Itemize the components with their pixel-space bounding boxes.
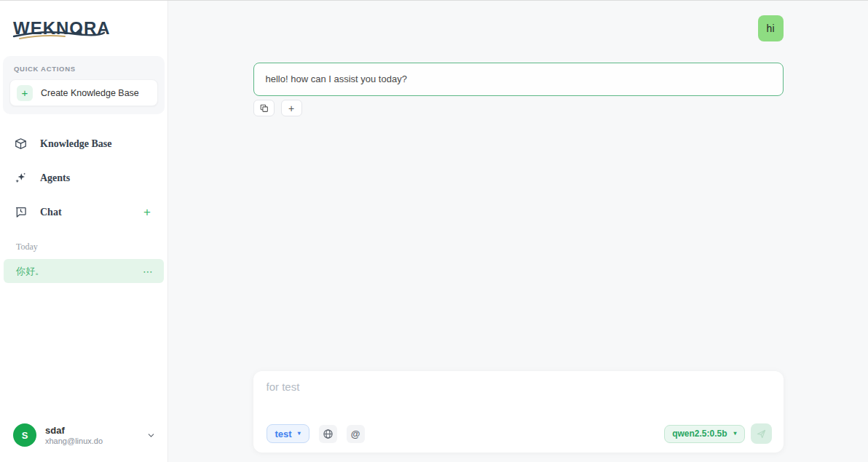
logo-swoosh-icon — [12, 28, 106, 40]
chat-column: hi hello! how can I assist you today? + … — [253, 1, 784, 462]
web-search-button[interactable] — [319, 425, 337, 443]
sidebar-spacer — [0, 283, 167, 414]
at-sign-icon: @ — [351, 429, 360, 439]
chat-bubble-icon — [14, 205, 28, 219]
composer-toolbar: test ▾ @ — [267, 423, 772, 444]
user-message: hi — [758, 15, 784, 41]
sidebar-nav: Knowledge Base Agents Chat + — [0, 127, 167, 229]
user-name: sdaf — [45, 425, 103, 436]
user-profile[interactable]: S sdaf xhang@linux.do — [0, 414, 167, 456]
quick-actions-label: QUICK ACTIONS — [14, 65, 158, 73]
knowledge-base-selector-value: test — [275, 429, 292, 439]
message-actions: + — [253, 100, 784, 116]
chevron-down-icon — [146, 431, 156, 440]
caret-down-icon: ▾ — [733, 431, 736, 437]
avatar: S — [13, 423, 36, 447]
user-email: xhang@linux.do — [45, 437, 103, 445]
mention-button[interactable]: @ — [347, 425, 365, 443]
chat-history-section: Today 你好。 ⋯ — [0, 229, 167, 283]
chat-main: hi hello! how can I assist you today? + … — [168, 1, 868, 462]
copy-message-button[interactable] — [253, 100, 275, 116]
sidebar-item-label: Chat — [40, 207, 62, 218]
model-selector-value: qwen2.5:0.5b — [672, 429, 727, 439]
create-knowledge-base-button[interactable]: + Create Knowledge Base — [9, 79, 158, 106]
plus-icon: + — [17, 85, 33, 101]
cube-icon — [14, 137, 28, 151]
app-logo: WEKNORA — [0, 1, 167, 46]
composer: test ▾ @ — [253, 371, 784, 453]
sidebar-item-agents[interactable]: Agents — [0, 161, 167, 195]
composer-toolbar-right: qwen2.5:0.5b ▾ — [664, 423, 771, 444]
model-selector[interactable]: qwen2.5:0.5b ▾ — [664, 425, 744, 443]
sparkles-icon — [14, 171, 28, 185]
chat-empty-space — [253, 116, 784, 371]
send-button[interactable] — [751, 423, 772, 444]
copy-icon — [259, 103, 269, 113]
sidebar-item-chat[interactable]: Chat + — [0, 195, 167, 229]
app-window: WEKNORA QUICK ACTIONS + Create Knowledge… — [0, 0, 868, 462]
new-message-button[interactable]: + — [281, 100, 302, 116]
caret-down-icon: ▾ — [298, 431, 301, 437]
quick-actions-panel: QUICK ACTIONS + Create Knowledge Base — [3, 56, 165, 114]
message-input[interactable] — [267, 381, 772, 423]
chat-history-title: 你好。 — [16, 265, 44, 278]
user-meta: sdaf xhang@linux.do — [45, 425, 103, 445]
create-kb-label: Create Knowledge Base — [41, 88, 139, 98]
sidebar-item-knowledge-base[interactable]: Knowledge Base — [0, 127, 167, 161]
new-chat-button[interactable]: + — [141, 204, 154, 220]
globe-icon — [323, 429, 334, 439]
sidebar: WEKNORA QUICK ACTIONS + Create Knowledge… — [0, 1, 168, 462]
assistant-message: hello! how can I assist you today? — [253, 63, 784, 96]
paper-plane-icon — [756, 429, 767, 439]
more-options-icon[interactable]: ⋯ — [143, 266, 154, 277]
sidebar-item-label: Agents — [40, 172, 70, 184]
sidebar-item-label: Knowledge Base — [40, 138, 111, 150]
history-section-label: Today — [16, 242, 167, 252]
knowledge-base-selector[interactable]: test ▾ — [267, 424, 309, 443]
chat-history-item[interactable]: 你好。 ⋯ — [4, 259, 164, 283]
